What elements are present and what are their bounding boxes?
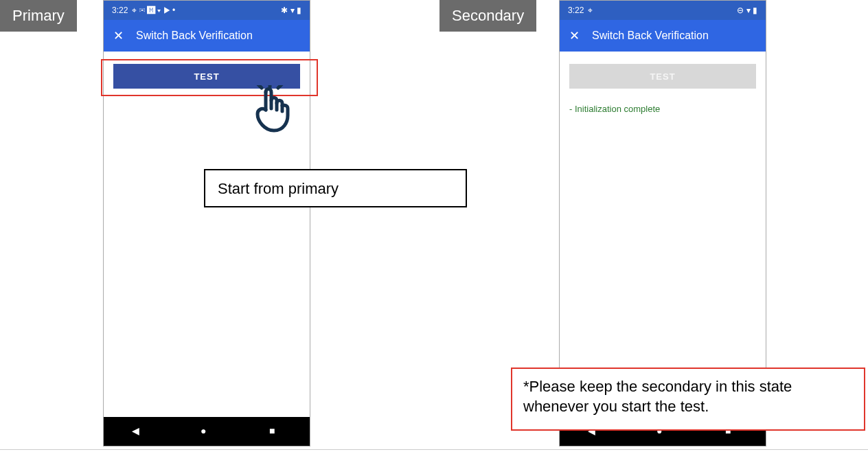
close-icon[interactable]: ✕: [569, 28, 580, 43]
status-bar: 3:22 ⌖ ✉ 🅼 ▾ ▶ • ✱ ▾ ▮: [104, 1, 310, 20]
status-left-icons: ⌖: [588, 5, 593, 15]
nav-bar: ◀ ● ■: [104, 417, 310, 446]
nav-home-icon[interactable]: ●: [201, 425, 213, 438]
callout-keep-secondary: *Please keep the secondary in this state…: [511, 368, 865, 431]
secondary-body: TEST - Initialization complete: [560, 52, 766, 417]
status-time: 3:22: [568, 5, 584, 15]
primary-phone-frame: 3:22 ⌖ ✉ 🅼 ▾ ▶ • ✱ ▾ ▮ ✕ Switch Back Ver…: [103, 0, 310, 447]
app-bar: ✕ Switch Back Verification: [560, 20, 766, 52]
secondary-label: Secondary: [439, 0, 536, 32]
init-status-text: - Initialization complete: [569, 104, 756, 114]
status-right-icons: ✱ ▾ ▮: [281, 5, 301, 15]
primary-body: TEST: [104, 52, 310, 417]
test-button[interactable]: TEST: [113, 64, 300, 89]
nav-recent-icon[interactable]: ■: [269, 425, 282, 438]
app-title: Switch Back Verification: [136, 30, 253, 42]
status-bar: 3:22 ⌖ ⊖ ▾ ▮: [560, 1, 766, 20]
status-left-icons: ⌖ ✉ 🅼 ▾ ▶ •: [132, 5, 175, 15]
app-bar: ✕ Switch Back Verification: [104, 20, 310, 52]
primary-label: Primary: [0, 0, 77, 32]
close-icon[interactable]: ✕: [113, 28, 124, 43]
nav-back-icon[interactable]: ◀: [132, 425, 144, 438]
status-right-icons: ⊖ ▾ ▮: [737, 5, 757, 15]
bottom-divider: [0, 449, 868, 450]
status-time: 3:22: [112, 5, 128, 15]
app-title: Switch Back Verification: [592, 30, 709, 42]
callout-start-primary: Start from primary: [204, 169, 467, 207]
test-button-disabled: TEST: [569, 64, 756, 89]
